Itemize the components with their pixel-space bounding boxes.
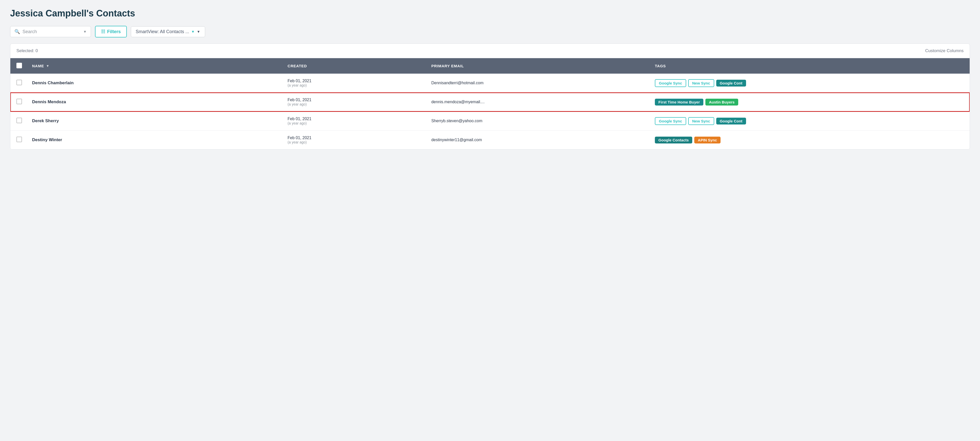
primary-email: destinywinter11@gmail.com (431, 137, 482, 142)
created-date: Feb 01, 2021 (288, 97, 421, 102)
created-ago: (a year ago) (288, 121, 421, 125)
search-box[interactable]: 🔍 Search ▼ (10, 26, 91, 37)
filters-label: Filters (107, 29, 121, 34)
select-all-header[interactable] (10, 58, 27, 74)
smartview-chevron-icon: ▼ (197, 30, 200, 34)
col-header-tags[interactable]: TAGS (650, 58, 970, 74)
search-icon: 🔍 (14, 29, 20, 34)
table-row[interactable]: Derek SherryFeb 01, 2021(a year ago)Sher… (10, 112, 970, 131)
created-date-cell: Feb 01, 2021(a year ago) (282, 74, 426, 93)
col-header-name[interactable]: NAME ▼ (27, 58, 282, 74)
email-cell: Sherryb.steven@yahoo.com (426, 112, 650, 131)
email-cell: destinywinter11@gmail.com (426, 131, 650, 150)
contact-name: Destiny Winter (32, 137, 62, 142)
contact-name-cell[interactable]: Dennis Chamberlain (27, 74, 282, 93)
created-ago: (a year ago) (288, 140, 421, 144)
table-row[interactable]: Destiny WinterFeb 01, 2021(a year ago)de… (10, 131, 970, 150)
table-header-row: NAME ▼ CREATED PRIMARY EMAIL TAGS (10, 58, 970, 74)
primary-email: dennis.mendoza@myemail.... (431, 100, 485, 104)
row-checkbox[interactable] (16, 137, 22, 142)
primary-email: Dennisandterri@hotmail.com (431, 81, 484, 85)
row-checkbox-cell[interactable] (10, 93, 27, 112)
customize-columns-button[interactable]: Customize Columns (925, 48, 964, 53)
filters-icon: ☷ (101, 29, 105, 34)
tag[interactable]: Google Sync (655, 117, 686, 125)
contact-name-cell[interactable]: Derek Sherry (27, 112, 282, 131)
col-header-created[interactable]: CREATED (282, 58, 426, 74)
tags-cell: Google SyncNew SyncGoogle Cont (650, 112, 970, 131)
tag[interactable]: Google Contacts (655, 137, 692, 144)
tag[interactable]: Austin Buyers (705, 99, 738, 105)
smartview-label: SmartView: All Contacts ... (136, 29, 189, 34)
selected-count: Selected: 0 (16, 48, 38, 53)
contacts-table: NAME ▼ CREATED PRIMARY EMAIL TAGS Dennis… (10, 58, 970, 149)
tags-cell: Google SyncNew SyncGoogle Cont (650, 74, 970, 93)
contact-name: Derek Sherry (32, 118, 59, 123)
col-name-label: NAME (32, 64, 44, 68)
search-chevron-icon: ▼ (83, 30, 87, 34)
row-checkbox[interactable] (16, 80, 22, 85)
row-checkbox-cell[interactable] (10, 74, 27, 93)
tag[interactable]: New Sync (688, 79, 714, 87)
tag[interactable]: Google Sync (655, 79, 686, 87)
email-cell: dennis.mendoza@myemail.... (426, 93, 650, 112)
contact-name-cell[interactable]: Destiny Winter (27, 131, 282, 150)
toolbar: 🔍 Search ▼ ☷ Filters SmartView: All Cont… (10, 26, 970, 37)
tag[interactable]: Google Cont (716, 80, 746, 86)
row-checkbox-cell[interactable] (10, 112, 27, 131)
contact-name: Dennis Mendoza (32, 99, 66, 104)
created-date: Feb 01, 2021 (288, 79, 421, 83)
tag[interactable]: APIN Sync (694, 137, 721, 144)
email-cell: Dennisandterri@hotmail.com (426, 74, 650, 93)
tag[interactable]: Google Cont (716, 118, 746, 125)
tag[interactable]: New Sync (688, 117, 714, 125)
search-placeholder: Search (22, 29, 81, 34)
select-all-checkbox[interactable] (16, 63, 22, 68)
tags-cell: First Time Home BuyerAustin Buyers (650, 93, 970, 112)
created-date-cell: Feb 01, 2021(a year ago) (282, 131, 426, 150)
created-ago: (a year ago) (288, 102, 421, 106)
row-checkbox[interactable] (16, 99, 22, 104)
contacts-table-container: Selected: 0 Customize Columns NAME ▼ CRE… (10, 43, 970, 150)
row-checkbox-cell[interactable] (10, 131, 27, 150)
tags-cell: Google ContactsAPIN Sync (650, 131, 970, 150)
col-created-label: CREATED (288, 64, 307, 68)
created-ago: (a year ago) (288, 83, 421, 87)
table-row[interactable]: Dennis ChamberlainFeb 01, 2021(a year ag… (10, 74, 970, 93)
contact-name-cell[interactable]: Dennis Mendoza (27, 93, 282, 112)
page-title: Jessica Campbell's Contacts (10, 8, 970, 19)
primary-email: Sherryb.steven@yahoo.com (431, 119, 482, 123)
table-toolbar: Selected: 0 Customize Columns (10, 44, 970, 58)
sort-icon: ▼ (46, 64, 49, 68)
contact-name: Dennis Chamberlain (32, 80, 73, 85)
smartview-button[interactable]: SmartView: All Contacts ... ▼ ▼ (131, 26, 205, 37)
created-date-cell: Feb 01, 2021(a year ago) (282, 93, 426, 112)
created-date-cell: Feb 01, 2021(a year ago) (282, 112, 426, 131)
smartview-chevron-teal-icon: ▼ (191, 30, 195, 34)
row-checkbox[interactable] (16, 118, 22, 123)
col-header-email[interactable]: PRIMARY EMAIL (426, 58, 650, 74)
filters-button[interactable]: ☷ Filters (95, 26, 127, 37)
col-email-label: PRIMARY EMAIL (431, 64, 464, 68)
tag[interactable]: First Time Home Buyer (655, 99, 703, 105)
col-tags-label: TAGS (655, 64, 666, 68)
created-date: Feb 01, 2021 (288, 117, 421, 121)
table-row[interactable]: Dennis MendozaFeb 01, 2021(a year ago)de… (10, 93, 970, 112)
created-date: Feb 01, 2021 (288, 136, 421, 140)
